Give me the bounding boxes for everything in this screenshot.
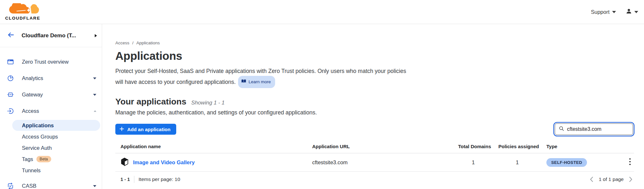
showing-count: Showing 1 - 1 [191,100,225,106]
page-description: Protect your Self-Hosted, SaaS and Priva… [115,66,407,88]
cloudflare-logo-text: CLOUDFLARE [5,16,40,21]
main-content: Access / Applications Applications Prote… [102,24,644,189]
table-row: Image and Video Gallery cftestsite3.com … [115,153,634,172]
user-account-menu[interactable] [626,8,638,16]
sidebar-item-label: CASB [22,183,36,189]
access-subnav: Applications Access Groups Service Auth … [0,120,102,176]
chevron-down-icon [612,11,616,13]
sidebar-subitem-applications[interactable]: Applications [12,120,100,131]
overview-window-icon [7,59,14,65]
sidebar-item-gateway[interactable]: Gateway [0,86,102,103]
result-range: 1 - 1 [120,177,130,182]
total-domains-value: 1 [458,159,488,166]
chevron-down-icon [93,77,96,79]
breadcrumb: Access / Applications [115,40,634,45]
plus-icon [120,127,124,132]
add-application-label: Add an application [127,127,170,132]
pie-chart-icon [7,75,14,82]
chevron-up-icon [94,110,96,112]
search-input[interactable] [567,126,630,132]
add-application-button[interactable]: Add an application [115,124,176,135]
chevron-down-icon [93,94,96,96]
sidebar-subitem-label: Applications [22,122,54,129]
table-footer: 1 - 1 Items per page: 10 1 of 1 page [115,172,634,183]
breadcrumb-applications[interactable]: Applications [136,40,160,45]
sidebar-subitem-label: Tunnels [22,167,41,174]
next-page-icon[interactable] [629,176,633,182]
sidebar-item-label: Gateway [22,92,43,98]
beta-badge: Beta [36,156,51,162]
breadcrumb-access[interactable]: Access [115,40,130,45]
learn-more-label: Learn more [249,77,271,87]
divider [134,176,134,183]
sidebar-subitem-service-auth[interactable]: Service Auth [12,142,100,153]
sidebar: Cloudflare Demo (T... Zero Trust overvie… [0,24,102,189]
back-arrow-icon[interactable] [7,31,14,40]
top-bar: CLOUDFLARE Support [0,0,644,24]
breadcrumb-separator: / [132,40,134,45]
expand-sidebar-icon[interactable] [95,34,97,37]
application-name-link[interactable]: Image and Video Gallery [133,159,195,166]
sidebar-item-label: Access [22,108,39,114]
sidebar-subitem-access-groups[interactable]: Access Groups [12,131,100,142]
chevron-down-icon [634,11,638,13]
policies-assigned-value: 1 [498,159,536,166]
learn-more-badge[interactable]: Learn more [238,76,275,88]
cloudflare-logo: CLOUDFLARE [5,3,40,21]
sidebar-item-label: Zero Trust overview [22,59,69,65]
support-menu[interactable]: Support [591,9,616,15]
prev-page-icon[interactable] [590,176,593,182]
table-header: Application name Application URL Total D… [115,144,634,153]
cloudflare-cloud-icon [8,3,40,15]
sidebar-subitem-tunnels[interactable]: Tunnels [12,165,100,176]
applications-table: Application name Application URL Total D… [115,144,634,183]
col-application-url: Application URL [312,144,458,149]
casb-check-icon [7,183,14,189]
gateway-icon [7,91,14,98]
col-policies-assigned: Policies assigned [498,144,546,149]
section-subtitle: Manage the policies, authentication, and… [115,109,634,116]
search-box [555,123,633,135]
items-per-page: Items per page: 10 [139,176,180,182]
section-title: Your applications [115,97,186,107]
sidebar-item-casb[interactable]: CASB [0,178,102,189]
access-login-icon [7,108,14,114]
chevron-down-icon [93,185,96,187]
col-application-name: Application name [120,144,312,149]
application-url: cftestsite3.com [312,159,458,166]
col-type: Type [546,144,617,149]
col-total-domains: Total Domains [458,144,498,149]
book-icon [241,77,246,87]
support-label: Support [591,9,610,15]
row-actions-kebab-icon[interactable] [626,156,634,168]
sidebar-item-analytics[interactable]: Analytics [0,70,102,86]
page-title: Applications [115,50,634,62]
type-badge: SELF-HOSTED [546,158,587,167]
sidebar-subitem-label: Service Auth [22,145,52,151]
sidebar-subitem-label: Tags [22,156,33,162]
account-header: Cloudflare Demo (T... [0,24,102,47]
sidebar-subitem-label: Access Groups [22,134,58,140]
sidebar-item-access[interactable]: Access [0,103,102,119]
app-cube-icon [120,157,129,167]
sidebar-nav: Zero Trust overview Analytics [0,47,102,189]
page-info: 1 of 1 page [599,176,624,182]
sidebar-item-zero-trust-overview[interactable]: Zero Trust overview [0,54,102,70]
account-name: Cloudflare Demo (T... [22,32,95,39]
sidebar-subitem-tags[interactable]: Tags Beta [12,154,100,165]
sidebar-item-label: Analytics [22,75,43,81]
user-avatar-icon [626,8,632,16]
search-icon [559,126,564,132]
